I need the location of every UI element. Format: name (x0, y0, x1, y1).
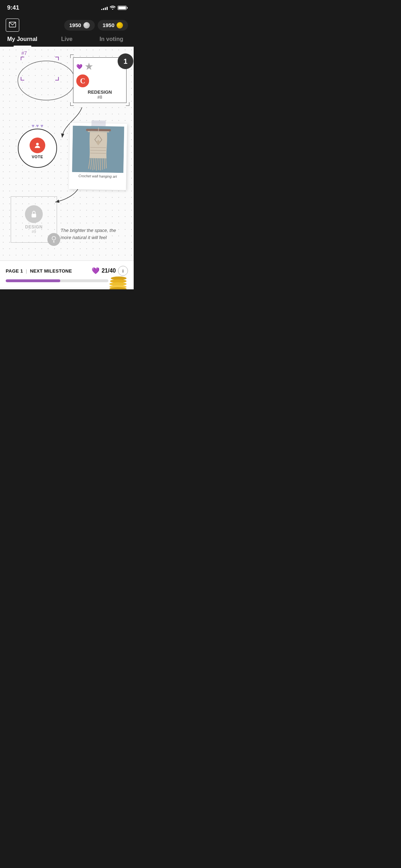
corner-tl-7 (21, 57, 24, 60)
heart-sm-2: ♥ (36, 123, 39, 129)
coins-right (109, 272, 128, 289)
design-9-num: #9 (32, 229, 36, 234)
polaroid-caption: Crochet wall hanging art (72, 174, 123, 180)
vote-avatar (30, 138, 45, 153)
milestone-heart-icon: 💜 (92, 267, 99, 275)
tab-my-journal[interactable]: My Journal (0, 36, 45, 47)
tab-live[interactable]: Live (45, 36, 89, 47)
redesign-8-box: 💜 ★ C REDESIGN #8 1 (73, 57, 127, 103)
svg-rect-24 (32, 214, 36, 217)
design-9-box: DESIGN #9 (11, 196, 57, 243)
vote-circle[interactable]: ♥ ♥ ♥ VOTE (18, 129, 57, 168)
polaroid-tape (91, 120, 106, 126)
journal-page: #7 💜 ★ C REDESIGN #8 (0, 47, 134, 260)
divider: | (26, 268, 27, 274)
heart-sm-1: ♥ (32, 123, 35, 129)
gold-coin-badge[interactable]: 1950 (98, 20, 128, 31)
svg-line-21 (102, 158, 103, 170)
vote-hearts: ♥ ♥ ♥ (32, 123, 43, 129)
design-7-box: #7 (14, 50, 61, 82)
wifi-icon (110, 5, 115, 11)
polaroid-image (72, 126, 124, 173)
silver-coin-icon (83, 22, 90, 29)
gold-coin-amount: 1950 (103, 22, 114, 28)
vote-label: VOTE (32, 155, 43, 159)
design-7-label: #7 (21, 50, 27, 56)
signal-icon (101, 6, 108, 10)
silver-coin-amount: 1950 (69, 22, 81, 28)
star-icon: ★ (84, 61, 93, 72)
milestone-left: PAGE 1 | NEXT MILESTONE (6, 268, 72, 274)
redesign-8-inner: 💜 ★ C REDESIGN #8 1 (73, 57, 127, 103)
corner-tr-7 (55, 57, 59, 60)
silver-coin-badge[interactable]: 1950 (64, 20, 94, 31)
redesign-header: 💜 ★ (76, 61, 123, 72)
redesign-logo: C (76, 74, 89, 87)
heart-icon-8: 💜 (76, 64, 82, 69)
heart-sm-3: ♥ (40, 123, 43, 129)
polaroid-photo: Crochet wall hanging art (69, 123, 127, 190)
next-milestone-label: NEXT MILESTONE (30, 268, 72, 274)
mail-icon[interactable] (6, 19, 19, 32)
corner-br-7 (55, 77, 59, 81)
quote-text: The brighter the space, the more natural… (61, 227, 127, 241)
gold-coin-icon (117, 22, 123, 29)
bottom-panel: PAGE 1 | NEXT MILESTONE 💜 21/40 i (0, 260, 134, 288)
progress-bar-bg (6, 279, 108, 282)
svg-point-25 (52, 236, 56, 240)
design-9-inner: DESIGN #9 (11, 197, 57, 242)
redesign-number: #8 (76, 95, 123, 100)
coins-container: 1950 1950 (64, 20, 128, 31)
corner-bl-7 (21, 77, 24, 81)
svg-point-4 (36, 143, 38, 145)
vote-circle-border: VOTE (18, 129, 57, 168)
design-9-lock (25, 205, 43, 223)
award-badge (47, 233, 60, 246)
status-icons (101, 5, 127, 11)
badge-number: 1 (118, 53, 133, 69)
coin-layer-5 (109, 287, 127, 289)
tab-bar: My Journal Live In voting (0, 32, 134, 47)
progress-container (6, 279, 128, 282)
coins-visual (109, 272, 128, 289)
tab-in-voting[interactable]: In voting (89, 36, 134, 47)
page-label: PAGE 1 (6, 268, 23, 274)
redesign-label: REDESIGN (76, 89, 123, 95)
svg-line-22 (104, 158, 105, 169)
status-time: 9:41 (7, 4, 19, 11)
progress-bar-fill (6, 279, 60, 282)
app-header: 1950 1950 (0, 16, 134, 32)
status-bar: 9:41 (0, 0, 134, 16)
journal-area: #7 💜 ★ C REDESIGN #8 (0, 47, 134, 260)
design-9-label: DESIGN (25, 224, 42, 229)
battery-icon (118, 6, 127, 10)
